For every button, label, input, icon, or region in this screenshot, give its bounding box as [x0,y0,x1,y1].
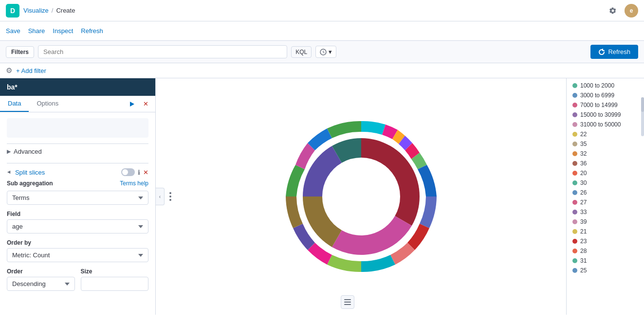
user-avatar[interactable]: e [625,4,638,18]
legend-item[interactable]: 31 [572,257,638,264]
order-by-label: Order by [7,239,148,246]
kql-toggle[interactable]: KQL [291,46,312,58]
split-slices-title[interactable]: Split slices [15,169,45,176]
advanced-toggle[interactable]: ▶ Advanced [7,148,148,155]
legend-item[interactable]: 1000 to 2000 [572,82,638,89]
legend-item[interactable]: 3000 to 6999 [572,92,638,99]
order-label: Order [7,268,75,275]
search-input[interactable] [38,45,287,58]
order-select[interactable]: Descending [7,277,75,291]
segment-outer-green-top[interactable] [327,121,361,138]
legend-item[interactable]: 33 [572,209,638,215]
legend-label: 28 [580,248,587,254]
legend-item[interactable]: 25 [572,267,638,274]
app-logo: D [6,4,19,18]
legend-toggle-button[interactable] [341,295,354,309]
legend-item[interactable]: 35 [572,141,638,147]
legend-item[interactable]: 27 [572,199,638,206]
refresh-button[interactable]: Refresh [590,45,638,59]
collapse-sidebar-button[interactable]: ‹ [156,188,165,205]
save-button[interactable]: Save [6,25,20,36]
sub-agg-label: Sub aggregation [7,180,53,187]
info-icon[interactable]: ℹ [138,169,140,176]
tab-options[interactable]: Options [29,96,66,112]
main-layout: ba* Data Options ✕ ▶ Advanced [0,78,644,315]
time-value-input[interactable]: Off [340,46,587,57]
legend-items: 1000 to 2000 3000 to 6999 7000 to 14999 … [572,82,638,274]
segment-outer-olive-left[interactable] [286,197,303,228]
clock-icon [320,49,327,55]
sub-aggregation-group: Sub aggregation Terms help Terms [7,180,148,205]
legend-label: 20 [580,170,587,177]
tab-data[interactable]: Data [0,96,29,112]
legend-label: 31 [580,257,587,264]
legend-label: 35 [580,141,587,147]
legend-item[interactable]: 22 [572,131,638,138]
chart-area: ‹ [156,78,566,315]
time-picker[interactable]: ▾ [315,46,336,58]
segment-outer-green-left[interactable] [286,165,305,197]
segment-outer-teal[interactable] [361,121,386,135]
legend-label: 1000 to 2000 [580,82,614,89]
settings-gear-icon[interactable]: ⚙ [6,66,12,75]
run-button[interactable] [126,98,138,110]
inspect-button[interactable]: Inspect [53,25,73,36]
advanced-label: Advanced [14,148,42,155]
legend-label: 21 [580,228,587,235]
split-slices-section: ▼ Split slices ℹ ✕ Sub aggregation Terms… [7,163,148,297]
legend-item[interactable]: 39 [572,218,638,225]
legend-item[interactable]: 23 [572,238,638,245]
segment-outer-indigo[interactable] [420,197,437,228]
legend-item[interactable]: 20 [572,170,638,177]
more-options-button[interactable] [169,192,171,201]
segment-outer-cyan-bottom[interactable] [361,255,395,272]
split-slices-toggle[interactable] [121,168,135,176]
legend-item[interactable]: 28 [572,248,638,254]
legend-color-dot [572,132,577,137]
legend-color-dot [572,93,577,98]
order-by-group: Order by Metric: Count [7,239,148,262]
split-slices-header: ▼ Split slices ℹ ✕ [7,163,148,180]
field-select[interactable]: age [7,219,148,233]
settings-icon-button[interactable] [605,3,621,18]
svg-marker-1 [130,102,134,107]
upper-content-placeholder [7,118,148,138]
legend-item[interactable]: 30 [572,179,638,186]
legend-item[interactable]: 7000 to 14999 [572,102,638,108]
add-filter-button[interactable]: + Add filter [16,67,46,74]
legend-item[interactable]: 15000 to 30999 [572,111,638,118]
legend-label: 31000 to 50000 [580,121,621,128]
order-by-select[interactable]: Metric: Count [7,248,148,262]
breadcrumb-visualize[interactable]: Visualize [23,7,49,14]
legend-color-dot [572,180,577,185]
legend-list-icon [344,299,351,305]
sidebar: ba* Data Options ✕ ▶ Advanced [0,78,156,315]
segment-outer-blue-right[interactable] [418,165,437,197]
terms-help-link[interactable]: Terms help [120,180,148,187]
field-group: Field age [7,211,148,233]
legend-color-dot [572,239,577,244]
size-input[interactable]: 5 [81,277,149,291]
legend-color-dot [572,122,577,127]
legend-item[interactable]: 32 [572,150,638,157]
legend-item[interactable]: 21 [572,228,638,235]
legend-item[interactable]: 26 [572,189,638,196]
legend-color-dot [572,190,577,195]
order-size-row: Order Descending Size 5 [7,268,148,297]
legend-item[interactable]: 31000 to 50000 [572,121,638,128]
donut-chart [254,89,468,304]
legend-color-dot [572,171,577,176]
legend: 1000 to 2000 3000 to 6999 7000 to 14999 … [566,78,644,315]
sub-agg-select[interactable]: Terms [7,191,148,205]
legend-label: 15000 to 30999 [580,111,621,118]
segment-outer-lime[interactable] [327,255,361,272]
settings-bar: ⚙ + Add filter [0,63,644,78]
split-slices-actions: ℹ ✕ [121,168,148,176]
scrollbar-thumb[interactable] [641,97,644,112]
legend-item[interactable]: 36 [572,160,638,167]
delete-icon[interactable]: ✕ [143,169,148,176]
share-button[interactable]: Share [28,25,45,36]
legend-color-dot [572,210,577,215]
close-sidebar-button[interactable]: ✕ [140,98,151,110]
refresh-action-button[interactable]: Refresh [81,25,103,36]
